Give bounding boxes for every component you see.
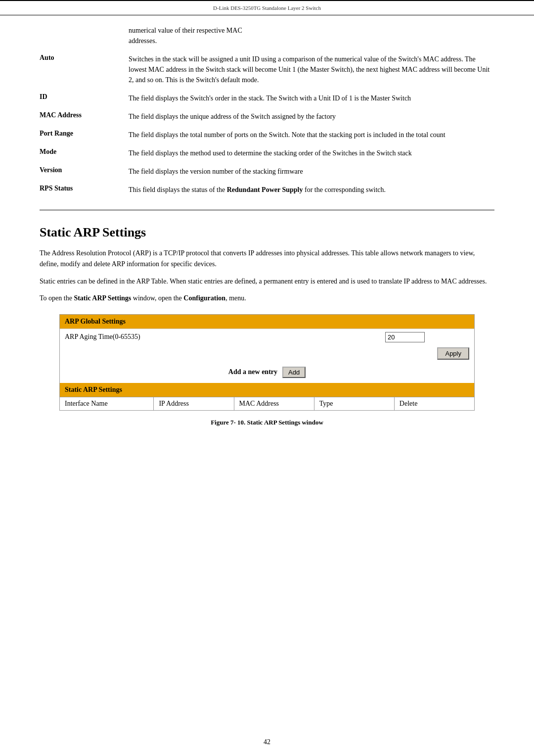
field-name-port-range: Port Range	[40, 130, 129, 138]
th-type: Type	[314, 397, 395, 410]
field-desc-auto: Switches in the stack will be assigned a…	[129, 54, 494, 85]
field-row-id: ID The field displays the Switch's order…	[40, 93, 494, 103]
figure-caption: Figure 7- 10. Static ARP Settings window	[40, 419, 494, 426]
field-row-auto: Auto Switches in the stack will be assig…	[40, 54, 494, 85]
field-name-rps: RPS Status	[40, 185, 129, 192]
arp-aging-input[interactable]	[385, 332, 425, 342]
arp-aging-label: ARP Aging Time(0-65535)	[65, 333, 385, 341]
section-title: Static ARP Settings	[40, 225, 494, 240]
th-mac-address: MAC Address	[234, 397, 314, 410]
th-interface-name: Interface Name	[60, 397, 154, 410]
field-desc-id: The field displays the Switch's order in…	[129, 93, 494, 103]
field-name-auto: Auto	[40, 54, 129, 62]
arp-aging-row: ARP Aging Time(0-65535)	[60, 329, 474, 345]
intro-line1: numerical value of their respective MAC	[129, 27, 242, 34]
field-name-mode: Mode	[40, 148, 129, 156]
field-desc-rps: This field displays the status of the Re…	[129, 185, 494, 195]
rps-desc-bold: Redundant Power Supply	[227, 186, 303, 193]
field-row-mac: MAC Address The field displays the uniqu…	[40, 111, 494, 122]
intro-text-2: Static entries can be defined in the ARP…	[40, 278, 487, 285]
field-row-rps: RPS Status This field displays the statu…	[40, 185, 494, 195]
add-entry-label: Add a new entry	[228, 368, 277, 376]
intro-text-1: The Address Resolution Protocol (ARP) is…	[40, 249, 475, 268]
th-delete: Delete	[395, 397, 474, 410]
section-note: To open the Static ARP Settings window, …	[40, 293, 494, 304]
content-area: numerical value of their respective MAC …	[0, 15, 534, 456]
section-intro-1: The Address Resolution Protocol (ARP) is…	[40, 248, 494, 270]
field-name-id: ID	[40, 93, 129, 101]
intro-line2: addresses.	[129, 37, 157, 45]
doc-title: D-Link DES-3250TG Standalone Layer 2 Swi…	[213, 5, 321, 11]
rps-desc-end: for the corresponding switch.	[303, 186, 386, 193]
arp-window-box: ARP Global Settings ARP Aging Time(0-655…	[59, 314, 475, 411]
add-button[interactable]: Add	[282, 367, 306, 378]
rps-desc-plain: This field displays the status of the	[129, 186, 227, 193]
field-row-version: Version The field displays the version n…	[40, 166, 494, 177]
field-desc-mac: The field displays the unique address of…	[129, 111, 494, 122]
field-row-port-range: Port Range The field displays the total …	[40, 130, 494, 140]
field-row-mode: Mode The field displays the method used …	[40, 148, 494, 158]
note-bold-1: Static ARP Settings	[74, 294, 131, 302]
page: D-Link DES-3250TG Standalone Layer 2 Swi…	[0, 0, 534, 756]
arp-global-header: ARP Global Settings	[60, 315, 474, 329]
th-ip-address: IP Address	[154, 397, 234, 410]
static-arp-header-text: Static ARP Settings	[65, 386, 122, 393]
field-desc-mode: The field displays the method used to de…	[129, 148, 494, 158]
page-footer: 42	[0, 738, 534, 746]
field-desc-version: The field displays the version number of…	[129, 166, 494, 177]
field-desc-port-range: The field displays the total number of p…	[129, 130, 494, 140]
note-bold-2: Configuration	[183, 294, 225, 302]
add-entry-row: Add a new entry Add	[60, 362, 474, 383]
field-name-version: Version	[40, 166, 129, 174]
table-header-row: Interface Name IP Address MAC Address Ty…	[60, 397, 474, 410]
doc-header: D-Link DES-3250TG Standalone Layer 2 Swi…	[0, 3, 534, 15]
field-table: Auto Switches in the stack will be assig…	[40, 54, 494, 195]
section-intro-2: Static entries can be defined in the ARP…	[40, 276, 494, 287]
section-divider	[40, 210, 494, 210]
figure-caption-text: Figure 7- 10. Static ARP Settings window	[211, 419, 323, 426]
arp-global-header-text: ARP Global Settings	[65, 318, 126, 325]
apply-button[interactable]: Apply	[437, 347, 469, 360]
field-name-mac: MAC Address	[40, 111, 129, 119]
intro-text: numerical value of their respective MAC …	[129, 25, 494, 46]
static-arp-header: Static ARP Settings	[60, 383, 474, 397]
apply-row: Apply	[60, 345, 474, 362]
page-number: 42	[264, 738, 270, 746]
top-border	[0, 0, 534, 1]
